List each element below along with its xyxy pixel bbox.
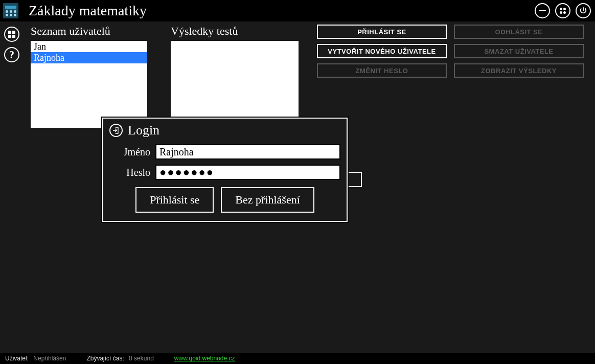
delete-user-button: SMAZAT UŽIVATELE bbox=[454, 44, 584, 58]
create-user-button[interactable]: VYTVOŘIT NOVÉHO UŽIVATELE bbox=[317, 44, 447, 58]
tests-column: Výsledky testů bbox=[171, 25, 299, 128]
app-title: Základy matematiky bbox=[29, 3, 147, 19]
header: Základy matematiky bbox=[0, 0, 595, 21]
status-user-label: Uživatel: bbox=[5, 355, 29, 362]
status-link[interactable]: www.goid.webnode.cz bbox=[174, 355, 235, 362]
app-icon bbox=[3, 3, 18, 18]
sidebar: ? bbox=[0, 22, 24, 62]
name-input[interactable] bbox=[155, 144, 340, 160]
help-icon: ? bbox=[9, 50, 14, 60]
dialog-title: Login bbox=[128, 123, 159, 138]
hidden-button-fragment[interactable] bbox=[349, 172, 362, 187]
help-button[interactable]: ? bbox=[4, 47, 19, 62]
logout-button: ODHLÁSIT SE bbox=[454, 25, 584, 39]
minimize-icon bbox=[539, 10, 546, 12]
power-icon bbox=[579, 6, 588, 15]
user-item[interactable]: Jan bbox=[31, 41, 147, 52]
fullscreen-button[interactable] bbox=[555, 3, 570, 18]
status-bar: Uživatel: Nepřihlášen Zbývající čas: 0 s… bbox=[0, 353, 595, 364]
show-results-button: ZOBRAZIT VÝSLEDKY bbox=[454, 63, 584, 78]
power-button[interactable] bbox=[576, 3, 591, 18]
status-time-value: 0 sekund bbox=[129, 355, 154, 362]
tests-title: Výsledky testů bbox=[171, 25, 299, 38]
grid-icon bbox=[8, 31, 15, 38]
login-dialog: Login Jméno Heslo Přihlásit se Bez přihl… bbox=[102, 118, 348, 222]
dialog-skip-button[interactable]: Bez přihlášení bbox=[221, 187, 314, 213]
user-item[interactable]: Rajnoha bbox=[31, 52, 147, 63]
password-label: Heslo bbox=[109, 167, 150, 178]
password-input[interactable] bbox=[155, 165, 340, 180]
minimize-button[interactable] bbox=[535, 3, 550, 18]
action-button-grid: PŘIHLÁSIT SE ODHLÁSIT SE VYTVOŘIT NOVÉHO… bbox=[317, 25, 584, 78]
users-title: Seznam uživatelů bbox=[31, 25, 147, 38]
change-password-button: ZMĚNIT HESLO bbox=[317, 63, 447, 78]
name-label: Jméno bbox=[109, 146, 150, 158]
tests-listbox[interactable] bbox=[171, 41, 299, 128]
users-column: Seznam uživatelů JanRajnoha bbox=[31, 25, 147, 128]
login-button[interactable]: PŘIHLÁSIT SE bbox=[317, 25, 447, 39]
dialog-login-button[interactable]: Přihlásit se bbox=[135, 187, 214, 213]
users-listbox[interactable]: JanRajnoha bbox=[31, 41, 147, 128]
menu-button[interactable] bbox=[4, 27, 19, 42]
fullscreen-icon bbox=[560, 8, 566, 14]
status-user-value: Nepřihlášen bbox=[33, 355, 66, 362]
status-time-label: Zbývající čas: bbox=[86, 355, 124, 362]
login-icon bbox=[109, 124, 123, 137]
